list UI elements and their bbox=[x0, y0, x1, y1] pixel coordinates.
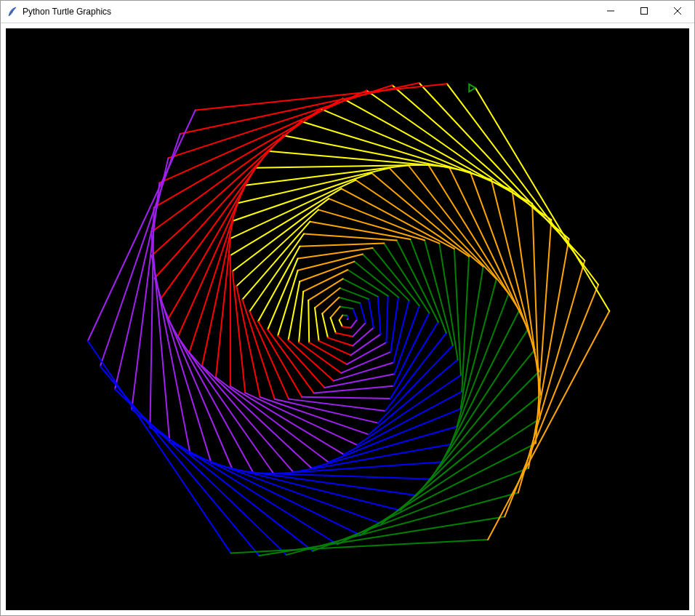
close-icon bbox=[674, 7, 681, 17]
app-window: Python Turtle Graphics bbox=[0, 0, 695, 616]
minimize-icon bbox=[607, 7, 614, 17]
turtle-canvas-area bbox=[6, 28, 689, 610]
window-title: Python Turtle Graphics bbox=[23, 7, 111, 17]
titlebar[interactable]: Python Turtle Graphics bbox=[1, 1, 694, 23]
svg-rect-1 bbox=[641, 8, 648, 15]
turtle-canvas bbox=[6, 28, 689, 610]
close-button[interactable] bbox=[661, 1, 694, 23]
minimize-button[interactable] bbox=[594, 1, 627, 23]
app-feather-icon bbox=[7, 6, 18, 17]
maximize-button[interactable] bbox=[627, 1, 661, 23]
maximize-icon bbox=[640, 7, 648, 17]
